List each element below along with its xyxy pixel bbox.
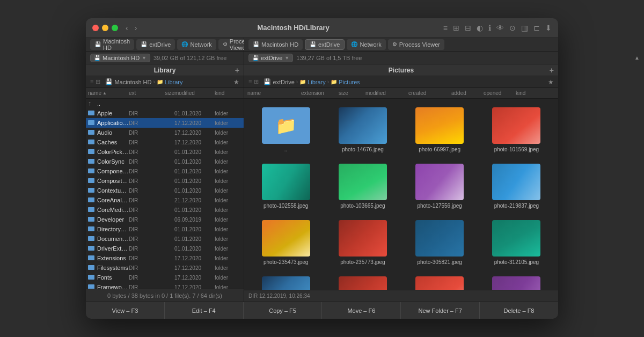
preview-icon[interactable]: 👁 [496,24,504,32]
col-modified[interactable]: modified [174,90,215,96]
info-icon[interactable]: ℹ [488,24,491,32]
toggle-icon[interactable]: ◐ [477,24,483,32]
col-size-label: size [165,90,174,96]
file-row[interactable]: Application Support DIR 17.12.2020 folde… [86,118,244,128]
grid-item[interactable]: photo-235773.jpeg [327,218,398,268]
file-row[interactable]: Audio DIR 17.12.2020 folder [86,128,244,137]
grid-view-icon[interactable]: ⊟ [465,24,471,32]
forward-button[interactable]: › [133,24,140,32]
right-tab-extdrive[interactable]: 💾 extDrive [305,39,345,50]
view-button[interactable]: View – F3 [86,302,165,319]
left-file-list[interactable]: ↑ .. Apple DIR 01.01.2020 folder Applica… [86,99,244,289]
file-row[interactable]: ColorPickers DIR 01.01.2020 folder [86,147,244,157]
right-col-ext[interactable]: extension [301,90,339,96]
right-drive-dropdown[interactable]: ▼ [284,55,289,61]
breadcrumb-library[interactable]: 📁 Library [157,79,183,85]
drive-icon[interactable]: ⊏ [533,24,540,32]
file-row[interactable]: Contextual Menu Items DIR 01.01.2020 fol… [86,186,244,195]
grid-item[interactable]: photo-327438.jpeg [327,274,398,290]
col-size[interactable]: size [148,90,174,96]
panels-icon[interactable]: ▥ [521,24,528,32]
maximize-button[interactable] [112,25,118,31]
file-row[interactable]: Frameworks DIR 17.12.2020 folder [86,282,244,289]
column-view-icon[interactable]: ⊞ [453,24,459,32]
grid-item[interactable]: photo-127556.jpeg [405,162,475,211]
left-drive-dropdown[interactable]: ▼ [142,55,147,61]
file-row[interactable]: Apple DIR 01.01.2020 folder [86,108,244,118]
right-col-opened[interactable]: opened [484,90,516,96]
right-grid-icon[interactable]: ⊞ [254,78,259,85]
file-row[interactable]: ↑ .. [86,99,244,108]
right-icon-grid[interactable]: 📁 .. photo-14676.jpeg photo-66997.jpeg p… [244,99,558,290]
right-col-kind[interactable]: kind [516,90,543,96]
right-add-button[interactable]: + [550,66,554,75]
right-col-modified[interactable]: modified [365,90,408,96]
file-row[interactable]: DriverExtensions DIR 01.01.2020 folder [86,244,244,253]
right-drive-badge[interactable]: 💾 extDrive ▼ [248,54,293,62]
grid-item[interactable]: photo-314860.jpeg [251,274,321,290]
file-row[interactable]: Components DIR 01.01.2020 folder [86,166,244,176]
right-tab-process[interactable]: ⚙ Process Viewer [388,39,444,50]
left-tab-extdrive[interactable]: 💾 extDrive [136,39,175,50]
file-row[interactable]: Extensions DIR 17.12.2020 folder [86,253,244,263]
photo-thumb [492,220,540,257]
grid-item[interactable]: photo-312105.jpeg [481,218,552,268]
right-breadcrumb-extdrive[interactable]: 💾 extDrive [264,78,294,85]
file-row[interactable]: Developer DIR 06.09.2019 folder [86,215,244,224]
list-view-icon[interactable]: ≡ [443,24,448,32]
right-list-icon[interactable]: ≡ [248,78,252,85]
new-folder-button[interactable]: New Folder – F7 [401,302,480,319]
file-row[interactable]: Fonts DIR 17.12.2020 folder [86,273,244,282]
left-list-icon[interactable]: ≡ [90,78,93,85]
file-row[interactable]: ColorSync DIR 01.01.2020 folder [86,157,244,166]
file-ext: DIR [129,111,148,116]
right-col-added[interactable]: added [451,90,484,96]
right-tab-network[interactable]: 🌐 Network [347,39,385,50]
right-col-name[interactable]: name [247,90,301,96]
left-star-icon[interactable]: ★ [233,78,239,86]
file-row[interactable]: Documentation DIR 01.01.2020 folder [86,234,244,244]
right-col-size[interactable]: size [339,90,365,96]
right-tab-macintosh[interactable]: 💾 Macintosh HD [248,39,303,50]
binoculars-icon[interactable]: ⊙ [509,24,516,32]
left-drive-badge[interactable]: 💾 Macintosh HD ▼ [90,54,150,62]
move-button[interactable]: Move – F6 [322,302,401,319]
right-col-created[interactable]: created [408,90,451,96]
col-name[interactable]: name ▲ [88,90,129,96]
grid-item[interactable]: photo-383447.jpeg [481,274,552,290]
left-tab-network[interactable]: 🌐 Network [177,39,216,50]
delete-button[interactable]: Delete – F8 [480,302,558,319]
grid-item[interactable]: photo-219837.jpeg [481,162,552,211]
file-row[interactable]: DirectoryServices DIR 01.01.2020 folder [86,224,244,234]
edit-button[interactable]: Edit – F4 [165,302,244,319]
left-add-button[interactable]: + [235,66,239,75]
left-grid-icon[interactable]: ⊞ [96,78,100,85]
minimize-button[interactable] [102,25,108,31]
download-icon[interactable]: ⬇ [545,24,552,32]
grid-item[interactable]: photo-14676.jpeg [327,105,398,155]
right-breadcrumb-library[interactable]: 📁 Library [299,79,326,85]
back-button[interactable]: ‹ [123,24,130,32]
grid-item[interactable]: photo-103665.jpeg [327,162,398,211]
breadcrumb-hdd[interactable]: 💾 Macintosh HD [105,78,151,85]
copy-button[interactable]: Copy – F5 [244,302,323,319]
col-ext[interactable]: ext [129,90,148,96]
close-button[interactable] [92,25,99,31]
grid-item[interactable]: photo-305821.jpeg [405,218,475,268]
col-kind[interactable]: kind [215,90,241,96]
left-tab-macintosh[interactable]: 💾 Macintosh HD [90,39,134,50]
right-breadcrumb-pictures[interactable]: 📁 Pictures [331,79,360,85]
grid-item[interactable]: photo-102558.jpeg [251,162,321,211]
file-row[interactable]: CoreAnalytics DIR 21.12.2020 folder [86,195,244,205]
grid-item[interactable]: 📁 .. [251,105,321,155]
grid-item[interactable]: photo-101569.jpeg [481,105,552,155]
file-ext: DIR [129,246,148,252]
file-row[interactable]: Filesystems DIR 17.12.2020 folder [86,263,244,273]
grid-item[interactable]: photo-235473.jpeg [251,218,321,268]
file-row[interactable]: Caches DIR 17.12.2020 folder [86,137,244,147]
file-row[interactable]: Compositions DIR 01.01.2020 folder [86,176,244,186]
grid-item[interactable]: photo-66997.jpeg [405,105,475,155]
right-star-icon[interactable]: ★ [548,78,554,86]
grid-item[interactable]: photo-327509.jpeg [405,274,475,290]
file-row[interactable]: CoreMediaIO DIR 01.01.2020 folder [86,205,244,215]
